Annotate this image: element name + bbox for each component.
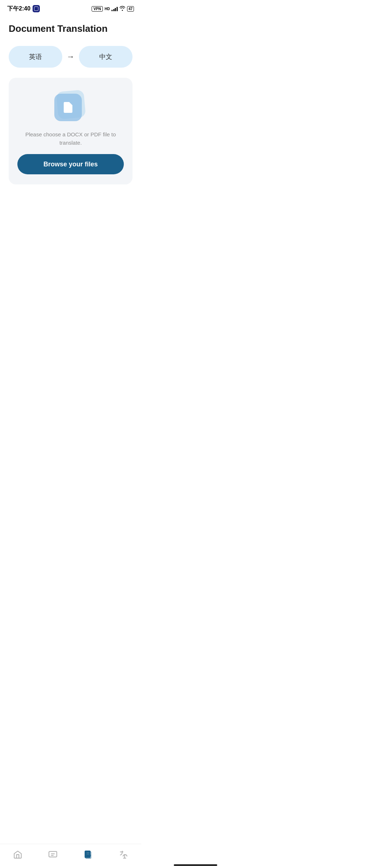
document-stack-icon (54, 91, 87, 123)
wifi-icon (119, 6, 125, 12)
target-language-button[interactable]: 中文 (79, 46, 133, 68)
status-right-icons: VPN HD 47 (92, 6, 134, 12)
status-bar: 下午2:40 VPN HD 47 (0, 0, 141, 16)
source-language-button[interactable]: 英语 (9, 46, 62, 68)
signal-icon (112, 6, 118, 11)
battery-icon: 47 (127, 6, 134, 12)
language-selector: 英语 → 中文 (9, 46, 133, 68)
main-content: Document Translation 英语 → 中文 Please choo… (0, 16, 141, 184)
upload-card: Please choose a DOCX or PDF file to tran… (9, 78, 133, 184)
time-display: 下午2:40 (7, 5, 30, 13)
vpn-badge: VPN (92, 6, 103, 12)
battery-level: 47 (129, 7, 133, 11)
doc-icon-front (54, 94, 82, 121)
status-time: 下午2:40 (7, 5, 40, 13)
page-title: Document Translation (9, 23, 133, 34)
app-status-icon (33, 5, 40, 12)
hd-badge: HD (105, 7, 110, 11)
language-arrow: → (62, 52, 79, 61)
upload-hint: Please choose a DOCX or PDF file to tran… (17, 131, 124, 147)
browse-files-button[interactable]: Browse your files (17, 154, 124, 174)
